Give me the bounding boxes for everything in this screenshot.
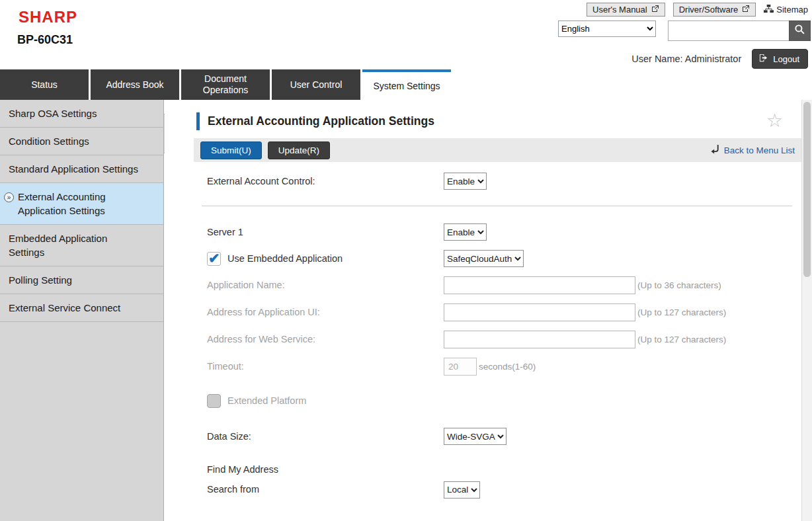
- logout-label: Logout: [773, 54, 799, 64]
- external-link-icon: [651, 5, 659, 15]
- page-header: SHARP BP-60C31 User's Manual Driver/Soft…: [0, 0, 812, 69]
- search-button[interactable]: [789, 20, 811, 41]
- header-user-row: User Name: Administrator Logout: [631, 49, 808, 69]
- checkmark-icon: ✔: [208, 249, 220, 267]
- sidebar-item-external-accounting-application-settings[interactable]: » External Accounting Application Settin…: [0, 183, 163, 225]
- sitemap-link[interactable]: Sitemap: [764, 4, 808, 16]
- back-to-menu-link[interactable]: Back to Menu List: [710, 144, 795, 157]
- find-my-address-label: Find My Address: [207, 463, 444, 476]
- extended-platform-field: Extended Platform: [207, 394, 444, 408]
- search-from-label: Search from: [207, 483, 444, 496]
- extended-platform-label: Extended Platform: [227, 395, 306, 407]
- timeout-hint: seconds(1-60): [479, 362, 536, 372]
- server1-label: Server 1: [207, 226, 444, 239]
- timeout-label: Timeout:: [207, 360, 444, 373]
- settings-form: External Account Control: Enable Server …: [207, 173, 792, 499]
- address-application-ui-hint: (Up to 127 characters): [637, 307, 726, 317]
- users-manual-button[interactable]: User's Manual: [587, 3, 665, 17]
- title-accent-bar: [196, 112, 200, 130]
- submit-button[interactable]: Submit(U): [200, 141, 262, 159]
- use-embedded-application-checkbox[interactable]: ✔: [207, 252, 221, 266]
- address-application-ui-label: Address for Application UI:: [207, 306, 444, 319]
- sidebar-item-external-service-connect[interactable]: External Service Connect: [0, 294, 163, 322]
- address-web-service-row: Address for Web Service: (Up to 127 char…: [207, 331, 792, 348]
- back-to-menu-label: Back to Menu List: [724, 145, 795, 155]
- driver-software-button[interactable]: Driver/Software: [673, 3, 756, 17]
- device-model: BP-60C31: [17, 33, 73, 47]
- sidebar-item-label: External Accounting Application Settings: [18, 191, 106, 216]
- timeout-input[interactable]: [444, 358, 477, 376]
- sitemap-icon: [764, 4, 774, 16]
- external-account-control-select[interactable]: Enable: [444, 173, 487, 190]
- settings-sidebar: Sharp OSA Settings Condition Settings St…: [0, 100, 164, 521]
- timeout-row: Timeout: seconds(1-60): [207, 358, 792, 376]
- embedded-application-select[interactable]: SafeqCloudAuth: [444, 250, 524, 267]
- address-application-ui-row: Address for Application UI: (Up to 127 c…: [207, 303, 792, 321]
- external-account-control-row: External Account Control: Enable: [207, 173, 792, 190]
- tab-document-operations[interactable]: Document Operations: [181, 69, 270, 100]
- data-size-select[interactable]: Wide-SVGA: [444, 428, 507, 445]
- title-row: External Accounting Application Settings…: [196, 112, 792, 130]
- main-tab-bar: Status Address Book Document Operations …: [0, 69, 812, 100]
- users-manual-label: User's Manual: [592, 5, 647, 15]
- main-content: External Accounting Application Settings…: [165, 100, 801, 521]
- driver-software-label: Driver/Software: [679, 5, 739, 15]
- sidebar-item-sharp-osa-settings[interactable]: Sharp OSA Settings: [0, 100, 163, 128]
- external-account-control-label: External Account Control:: [207, 175, 444, 188]
- header-tools-row: English: [558, 20, 811, 41]
- server1-row: Server 1 Enable: [207, 223, 792, 241]
- use-embedded-application-label: Use Embedded Application: [227, 253, 343, 265]
- server1-enable-select[interactable]: Enable: [444, 223, 487, 241]
- scrollbar-thumb[interactable]: [803, 102, 811, 277]
- vertical-scrollbar[interactable]: [801, 100, 812, 521]
- application-name-hint: (Up to 36 characters): [637, 280, 721, 290]
- application-name-input[interactable]: [444, 276, 635, 294]
- section-divider: [202, 206, 792, 206]
- language-select[interactable]: English: [558, 20, 656, 37]
- sidebar-item-condition-settings[interactable]: Condition Settings: [0, 128, 163, 155]
- application-name-label: Application Name:: [207, 279, 444, 292]
- search-input[interactable]: [668, 20, 789, 41]
- use-embedded-application-row: ✔ Use Embedded Application SafeqCloudAut…: [207, 250, 792, 267]
- tab-status[interactable]: Status: [0, 69, 89, 100]
- extended-platform-row: Extended Platform: [207, 394, 792, 408]
- tab-system-settings[interactable]: System Settings: [362, 69, 451, 100]
- extended-platform-checkbox[interactable]: [207, 394, 221, 408]
- tab-address-book[interactable]: Address Book: [91, 69, 179, 100]
- address-application-ui-input[interactable]: [444, 303, 635, 321]
- tab-user-control[interactable]: User Control: [272, 69, 360, 100]
- action-toolbar: Submit(U) Update(R) Back to Menu List: [194, 138, 801, 162]
- use-embedded-application-field: ✔ Use Embedded Application: [207, 252, 444, 266]
- header-links-row: User's Manual Driver/Software Sitemap: [587, 3, 808, 17]
- sidebar-item-embedded-application-settings[interactable]: Embedded Application Settings: [0, 225, 163, 266]
- address-web-service-label: Address for Web Service:: [207, 333, 444, 346]
- find-my-address-row: Find My Address: [207, 463, 792, 476]
- favorite-star-icon[interactable]: ☆: [766, 112, 783, 130]
- current-item-icon: »: [4, 192, 14, 202]
- back-icon: [710, 144, 720, 157]
- application-name-row: Application Name: (Up to 36 characters): [207, 276, 792, 294]
- search-from-select[interactable]: Local: [444, 481, 480, 499]
- data-size-row: Data Size: Wide-SVGA: [207, 428, 792, 445]
- sharp-logo: SHARP: [19, 8, 77, 26]
- logout-button[interactable]: Logout: [752, 49, 808, 69]
- search-from-row: Search from Local: [207, 481, 792, 499]
- sidebar-item-standard-application-settings[interactable]: Standard Application Settings: [0, 155, 163, 183]
- address-web-service-input[interactable]: [444, 331, 635, 348]
- search-icon: [794, 24, 805, 38]
- sitemap-label: Sitemap: [776, 5, 808, 15]
- update-button[interactable]: Update(R): [268, 141, 330, 159]
- data-size-label: Data Size:: [207, 430, 444, 443]
- user-name-label: User Name: Administrator: [631, 54, 741, 64]
- external-link-icon: [742, 5, 750, 15]
- logout-icon: [758, 53, 768, 65]
- search-box: [668, 20, 811, 41]
- page-title: External Accounting Application Settings: [208, 114, 766, 128]
- sidebar-item-polling-setting[interactable]: Polling Setting: [0, 266, 163, 294]
- address-web-service-hint: (Up to 127 characters): [637, 335, 726, 344]
